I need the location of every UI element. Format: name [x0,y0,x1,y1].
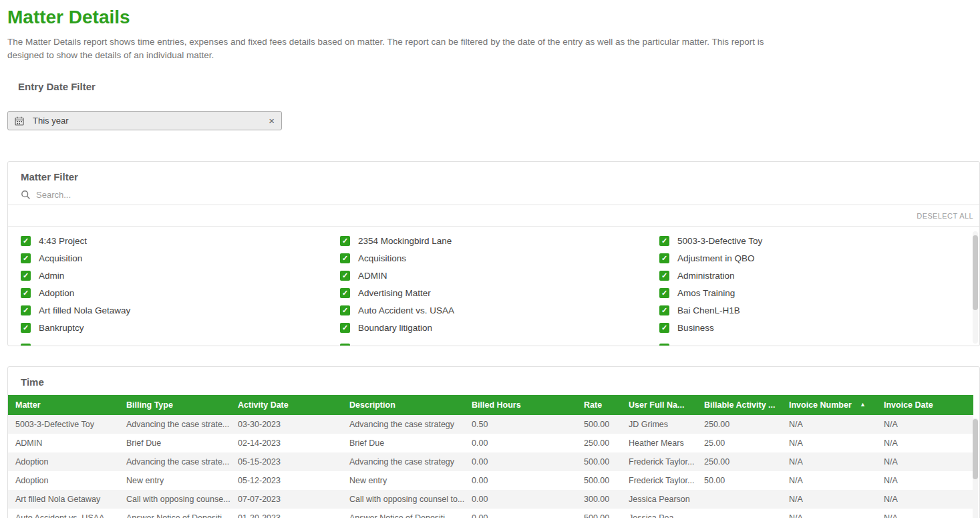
matter-checkbox-grid: 4:43 Project Acquisition Admin Adoption … [8,227,979,346]
time-table-scrollbar[interactable] [973,418,978,518]
matter-checkbox-item[interactable] [21,340,340,346]
matter-checkbox-item[interactable]: Boundary litigation [340,319,659,336]
matter-checkbox-item[interactable]: ADMIN [340,267,659,284]
matter-checkbox-label: Bai ChenL-H1B [677,305,740,315]
table-cell: 250.00 [577,434,621,452]
table-cell: Call with opposing counse... [119,490,230,509]
matter-checkbox-item[interactable]: Bankruptcy [21,319,340,336]
scrollbar-thumb[interactable] [973,235,978,310]
matter-checkbox-item[interactable]: 5003-3-Defective Toy [659,232,979,249]
matter-search-input[interactable] [36,190,303,200]
checkbox-checked-icon[interactable] [340,323,350,333]
entry-date-filter-label: Entry Date Filter [18,81,980,92]
column-header-label: Billable Activity ... [704,400,776,410]
checkbox-checked-icon[interactable] [21,271,31,281]
column-header[interactable]: Rate [577,395,621,415]
table-cell: Auto Accident vs. USAA [8,509,119,518]
checkbox-checked-icon[interactable] [659,271,669,281]
matter-checkbox-item[interactable]: Acquisitions [340,249,659,267]
column-header-label: Billing Type [126,400,173,410]
checkbox-checked-icon[interactable] [340,271,350,281]
table-cell: 500.00 [577,509,621,518]
matter-checkbox-label: Acquisitions [358,253,406,263]
table-cell: 500.00 [577,471,621,490]
column-header[interactable]: Billed Hours [464,395,577,415]
scrollbar-thumb[interactable] [973,419,978,479]
table-row[interactable]: Art filled Nola GetawayCall with opposin… [8,490,973,509]
table-cell: 07-07-2023 [230,490,342,509]
table-cell: 500.00 [577,415,621,434]
matter-checkbox-item[interactable]: Auto Accident vs. USAA [340,301,659,319]
matter-checkbox-item[interactable]: Adoption [21,284,340,301]
matter-checkbox-item[interactable]: Amos Training [659,284,979,301]
table-cell: 500.00 [577,452,621,471]
checkbox-checked-icon[interactable] [659,323,669,333]
checkbox-checked-icon[interactable] [21,253,31,263]
matter-details-page: Matter Details The Matter Details report… [0,7,980,518]
matter-checkbox-item[interactable]: 4:43 Project [21,232,340,249]
table-cell: 300.00 [577,490,621,509]
matter-checkbox-item[interactable]: Adjustment in QBO [659,249,979,267]
column-header[interactable]: Matter [8,395,119,415]
table-cell [697,490,782,509]
matter-checkbox-item[interactable]: Administration [659,267,979,284]
checkbox-checked-icon[interactable] [340,305,350,315]
table-row[interactable]: 5003-3-Defective ToyAdvancing the case s… [8,415,973,434]
checkbox-checked-icon[interactable] [659,288,669,298]
entry-date-filter-control[interactable]: This year × [7,111,282,130]
matter-checkbox-label: ADMIN [358,271,387,281]
table-cell: N/A [876,452,973,471]
table-cell: 0.00 [464,434,577,452]
column-header[interactable]: Billing Type [119,395,230,415]
table-cell: ADMIN [8,434,119,452]
column-header[interactable]: Invoice Number▲ [782,395,876,415]
table-row[interactable]: AdoptionAdvancing the case strate...05-1… [8,452,973,471]
matter-checkbox-item[interactable]: Art filled Nola Getaway [21,301,340,319]
matter-checkbox-item[interactable]: Admin [21,267,340,284]
matter-checkbox-item[interactable]: 2354 Mockingbird Lane [340,232,659,249]
deselect-all-button[interactable]: DESELECT ALL [917,212,973,220]
matter-filter-scrollbar[interactable] [973,231,978,344]
checkbox-checked-icon[interactable] [21,323,31,333]
checkbox-checked-icon[interactable] [340,288,350,298]
checkbox-checked-icon[interactable] [340,253,350,263]
checkbox-checked-icon[interactable] [340,236,350,246]
matter-checkbox-label: Adjustment in QBO [677,253,755,263]
table-row[interactable]: Auto Accident vs. USAAAnswer Notice of D… [8,509,973,518]
column-header-label: User Full Na... [629,400,684,410]
column-header[interactable]: Invoice Date [876,395,973,415]
matter-checkbox-label: Boundary litigation [358,323,432,333]
checkbox-checked-icon[interactable] [21,236,31,246]
matter-checkbox-item[interactable]: Advertising Matter [340,284,659,301]
table-row[interactable]: ADMINBrief Due02-14-2023Brief Due0.00250… [8,434,973,452]
matter-checkbox-item[interactable]: Business [659,319,979,336]
table-cell: Heather Mears [621,434,697,452]
table-cell: 250.00 [697,415,782,434]
checkbox-checked-icon[interactable] [659,305,669,315]
matter-checkbox-item[interactable]: Bai ChenL-H1B [659,301,979,319]
table-cell: Adoption [8,452,119,471]
checkbox-checked-icon[interactable] [340,344,350,347]
checkbox-checked-icon[interactable] [21,305,31,315]
checkbox-checked-icon[interactable] [659,344,669,347]
table-cell: 0.50 [464,415,577,434]
checkbox-checked-icon[interactable] [659,236,669,246]
checkbox-checked-icon[interactable] [659,253,669,263]
column-header[interactable]: User Full Na... [621,395,697,415]
matter-checkbox-column: 5003-3-Defective Toy Adjustment in QBO A… [659,232,979,346]
clear-date-filter-icon[interactable]: × [269,116,275,126]
table-cell: N/A [876,434,973,452]
table-cell: 01-20-2023 [230,509,342,518]
table-cell: N/A [876,490,973,509]
column-header[interactable]: Activity Date [230,395,342,415]
column-header[interactable]: Billable Activity ... [697,395,782,415]
checkbox-checked-icon[interactable] [21,288,31,298]
table-cell: Answer Notice of Depositi... [119,509,230,518]
column-header[interactable]: Description [342,395,464,415]
matter-checkbox-item[interactable] [340,340,659,346]
table-cell: 0.00 [464,452,577,471]
matter-checkbox-item[interactable]: Acquisition [21,249,340,267]
table-row[interactable]: AdoptionNew entry05-12-2023New entry0.00… [8,471,973,490]
checkbox-checked-icon[interactable] [21,344,31,347]
matter-checkbox-item[interactable] [659,340,979,346]
